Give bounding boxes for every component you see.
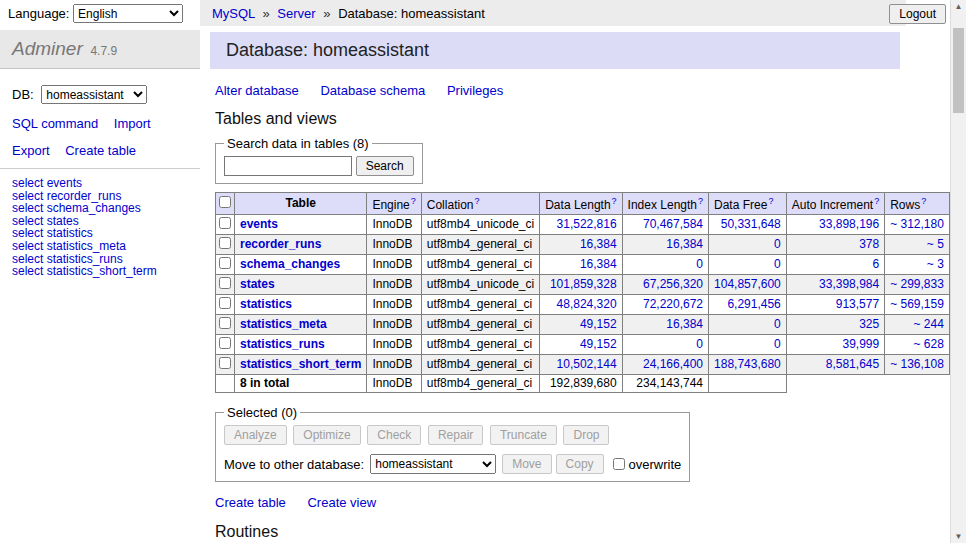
create-table-link[interactable]: Create table: [215, 495, 286, 510]
language-bar: Language: English: [0, 0, 200, 26]
vertical-scrollbar[interactable]: ▲ ▼: [950, 0, 966, 543]
rows-count-link[interactable]: ~ 312,180: [890, 217, 944, 231]
row-select-checkbox[interactable]: [219, 297, 231, 309]
scroll-down-icon[interactable]: ▼: [951, 532, 966, 541]
data-length-cell: 49,152: [540, 315, 622, 335]
sidebar-divider: [0, 168, 200, 169]
overwrite-checkbox[interactable]: [613, 458, 625, 470]
rows-count-link[interactable]: ~ 5: [927, 237, 944, 251]
data-free-cell: 0: [709, 335, 787, 355]
rows-count-link[interactable]: ~ 136,108: [890, 357, 944, 371]
help-icon[interactable]: ?: [921, 196, 926, 206]
table-name-link[interactable]: statistics_meta: [240, 317, 327, 331]
row-select-checkbox[interactable]: [219, 357, 231, 369]
table-name-link[interactable]: schema_changes: [240, 257, 340, 271]
table-name-link[interactable]: statistics: [240, 297, 292, 311]
table-row: statistics_metaInnoDButf8mb4_general_ci4…: [216, 315, 951, 335]
copy-button[interactable]: Copy: [556, 454, 604, 474]
index-length-cell: 0: [622, 335, 708, 355]
rows-count-link[interactable]: ~ 3: [927, 257, 944, 271]
sql-command-link[interactable]: SQL command: [12, 116, 98, 131]
collation-cell: utf8mb4_unicode_ci: [421, 275, 539, 295]
column-header-engine: Engine?: [367, 193, 421, 215]
export-link[interactable]: Export: [12, 143, 50, 158]
row-select-checkbox[interactable]: [219, 317, 231, 329]
breadcrumb-current: Database: homeassistant: [338, 6, 485, 21]
privileges-link[interactable]: Privileges: [447, 83, 503, 98]
total-engine-cell: InnoDB: [367, 375, 421, 393]
help-icon[interactable]: ?: [698, 196, 703, 206]
repair-button[interactable]: Repair: [428, 425, 483, 445]
data-length-cell: 101,859,328: [540, 275, 622, 295]
index-length-cell: 16,384: [622, 315, 708, 335]
help-icon[interactable]: ?: [768, 196, 773, 206]
row-select-checkbox[interactable]: [219, 217, 231, 229]
column-header-rows: Rows?: [885, 193, 950, 215]
table-name-link[interactable]: events: [240, 217, 278, 231]
sidebar-select-link[interactable]: select schema_changes: [12, 202, 188, 215]
total-label-cell: 8 in total: [235, 375, 367, 393]
help-icon[interactable]: ?: [612, 196, 617, 206]
rows-count-link[interactable]: ~ 299,833: [890, 277, 944, 291]
index-length-cell: 72,220,672: [622, 295, 708, 315]
table-row: statisticsInnoDButf8mb4_general_ci48,824…: [216, 295, 951, 315]
auto-increment-cell: 378: [786, 235, 884, 255]
data-length-cell: 16,384: [540, 235, 622, 255]
row-select-checkbox[interactable]: [219, 277, 231, 289]
create-table-link-sidebar[interactable]: Create table: [65, 143, 136, 158]
rows-count-link[interactable]: ~ 569,159: [890, 297, 944, 311]
language-select[interactable]: English: [73, 4, 183, 23]
rows-count-link[interactable]: ~ 244: [914, 317, 944, 331]
table-name-link[interactable]: states: [240, 277, 275, 291]
scroll-up-icon[interactable]: ▲: [951, 2, 966, 11]
db-selector-row: DB: homeassistant: [12, 85, 188, 104]
engine-cell: InnoDB: [367, 215, 421, 235]
table-name-cell: events: [235, 215, 367, 235]
help-icon[interactable]: ?: [411, 196, 416, 206]
sidebar-select-link[interactable]: select events: [12, 177, 188, 190]
analyze-button[interactable]: Analyze: [224, 425, 287, 445]
table-name-link[interactable]: recorder_runs: [240, 237, 321, 251]
optimize-button[interactable]: Optimize: [293, 425, 360, 445]
create-view-link[interactable]: Create view: [307, 495, 376, 510]
search-button[interactable]: Search: [356, 156, 414, 176]
adminer-brand-text[interactable]: Adminer: [12, 38, 83, 59]
logout-button[interactable]: Logout: [889, 4, 946, 24]
truncate-button[interactable]: Truncate: [490, 425, 557, 445]
row-select-checkbox[interactable]: [219, 237, 231, 249]
sidebar-select-link[interactable]: select statistics_meta: [12, 240, 188, 253]
data-free-cell: 50,331,648: [709, 215, 787, 235]
rows-count-link[interactable]: ~ 628: [914, 337, 944, 351]
database-schema-link[interactable]: Database schema: [320, 83, 425, 98]
sidebar-select-link[interactable]: select statistics_short_term: [12, 265, 188, 278]
db-select[interactable]: homeassistant: [41, 85, 147, 104]
total-data-free-cell: [709, 375, 787, 393]
table-name-link[interactable]: statistics_short_term: [240, 357, 361, 371]
engine-cell: InnoDB: [367, 315, 421, 335]
total-data-length-cell: 192,839,680: [540, 375, 622, 393]
search-fieldset: Search data in tables (8) Search: [215, 136, 423, 184]
check-button[interactable]: Check: [367, 425, 421, 445]
breadcrumb-mysql-link[interactable]: MySQL: [212, 6, 255, 21]
collation-cell: utf8mb4_unicode_ci: [421, 215, 539, 235]
move-database-select[interactable]: homeassistant: [370, 454, 496, 474]
column-header-data-length: Data Length?: [540, 193, 622, 215]
alter-database-link[interactable]: Alter database: [215, 83, 299, 98]
import-link[interactable]: Import: [114, 116, 151, 131]
row-select-checkbox[interactable]: [219, 257, 231, 269]
breadcrumb-server-link[interactable]: Server: [277, 6, 315, 21]
move-button[interactable]: Move: [502, 454, 551, 474]
column-header-index-length: Index Length?: [622, 193, 708, 215]
drop-button[interactable]: Drop: [563, 425, 609, 445]
table-name-link[interactable]: statistics_runs: [240, 337, 325, 351]
scrollbar-thumb[interactable]: [953, 28, 964, 113]
overwrite-option: overwrite: [612, 457, 682, 472]
engine-cell: InnoDB: [367, 335, 421, 355]
search-input[interactable]: [224, 156, 352, 176]
help-icon[interactable]: ?: [874, 196, 879, 206]
select-all-checkbox[interactable]: [219, 196, 231, 208]
help-icon[interactable]: ?: [474, 196, 479, 206]
table-name-cell: statistics_runs: [235, 335, 367, 355]
row-select-checkbox[interactable]: [219, 337, 231, 349]
search-legend: Search data in tables (8): [224, 136, 372, 151]
